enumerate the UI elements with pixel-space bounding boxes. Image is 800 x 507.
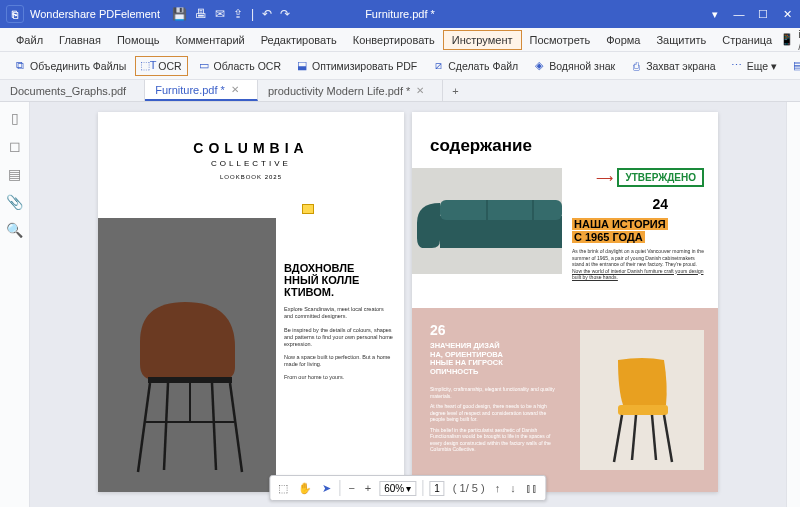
print-icon[interactable]: 🖶 [195, 7, 207, 21]
screenshot-icon: ⎙ [629, 59, 643, 73]
history-text: As the brink of daylight on a quiet Vanc… [572, 248, 708, 281]
phone-icon: 📱 [780, 33, 794, 46]
tb-batch[interactable]: ▤Пакетный Процесс [786, 57, 800, 75]
zoom-level[interactable]: 60%▾ [379, 481, 416, 496]
right-sidebar [786, 102, 800, 507]
dropdown-icon[interactable]: ▾ [708, 8, 722, 21]
values-p3: This belief in the particularist aesthet… [430, 427, 562, 453]
tb-ocr[interactable]: ⬚TOCR [135, 56, 187, 76]
tb-screenshot[interactable]: ⎙Захват экрана [624, 57, 721, 75]
svg-line-2 [230, 383, 242, 472]
teal-sofa-illustration [412, 168, 562, 274]
tb-watermark-label: Водяной знак [549, 60, 615, 72]
bookmarks-icon[interactable]: ◻ [9, 138, 21, 154]
svg-rect-11 [532, 200, 534, 220]
fit-width-icon[interactable]: ⬚ [276, 482, 290, 495]
menu-comment[interactable]: Комментарий [167, 31, 252, 49]
minimize-button[interactable]: — [732, 8, 746, 21]
tb-crop-label: Сделать Файл [448, 60, 518, 72]
ribbon-toolbar: ⧉Объединить Файлы ⬚TOCR ▭Область OCR ⬓Оп… [0, 52, 800, 80]
tab-close-icon[interactable]: ✕ [231, 84, 239, 95]
thumbnails-icon[interactable]: ▯ [11, 110, 19, 126]
menu-convert[interactable]: Конвертировать [345, 31, 443, 49]
app-name: Wondershare PDFelement [30, 8, 160, 20]
values-heading: ЗНАЧЕНИЯ ДИЗАЙ НА, ОРИЕНТИРОВА ННЫЕ НА Г… [430, 342, 503, 377]
tb-more[interactable]: ⋯Еще ▾ [725, 57, 782, 75]
tb-optimize[interactable]: ⬓Оптимизировать PDF [290, 57, 422, 75]
page1-p4: From our home to yours. [284, 374, 394, 381]
tab-add-button[interactable]: + [443, 80, 467, 101]
brown-chair-illustration [120, 272, 260, 482]
document-title: Furniture.pdf * [365, 8, 435, 20]
lookbook-label: LOOKBOOK 2025 [98, 174, 404, 180]
approved-stamp: УТВЕРЖДЕНО [617, 168, 704, 187]
page1-heading-text: ВДОХНОВЛЕ ННЫЙ КОЛЛЕ КТИВОМ. [284, 262, 359, 298]
next-page-button[interactable]: ↓ [508, 482, 518, 494]
save-icon[interactable]: 💾 [172, 7, 187, 21]
svg-line-15 [632, 415, 636, 460]
area-ocr-icon: ▭ [197, 59, 211, 73]
svg-line-16 [652, 415, 656, 460]
arrow-icon: ⟶ [596, 171, 613, 185]
tb-ocr-label: OCR [158, 60, 181, 72]
page1-text: ВДОХНОВЛЕ ННЫЙ КОЛЛЕ КТИВОМ. Explore Sca… [284, 262, 394, 387]
values-heading-text: ЗНАЧЕНИЯ ДИЗАЙ НА, ОРИЕНТИРОВА ННЫЕ НА Г… [430, 341, 503, 376]
brand-subtitle: COLLECTIVE [98, 159, 404, 168]
values-text: Simplicity, craftmanship, elegant functi… [430, 386, 562, 457]
mail-icon[interactable]: ✉ [215, 7, 225, 21]
menu-bar: Файл Главная Помощь Комментарий Редактир… [0, 28, 800, 52]
tb-area-ocr-label: Область OCR [214, 60, 281, 72]
tab-productivity[interactable]: productivity Modern Life.pdf *✕ [258, 80, 443, 101]
menu-protect[interactable]: Защитить [648, 31, 714, 49]
document-tab-bar: Documents_Graphs.pdf Furniture.pdf *✕ pr… [0, 80, 800, 102]
sticky-note-icon[interactable] [302, 204, 314, 214]
page-spread: COLUMBIA COLLECTIVE LOOKBOOK 2025 [98, 112, 718, 497]
left-sidebar: ▯ ◻ ▤ 📎 🔍 [0, 102, 30, 507]
zoom-in-button[interactable]: + [363, 482, 373, 494]
page1-p3: Now a space built to perfection. But a h… [284, 354, 394, 368]
menu-help[interactable]: Помощь [109, 31, 168, 49]
tab-documents-graphs[interactable]: Documents_Graphs.pdf [0, 80, 145, 101]
zoom-value: 60% [384, 483, 404, 494]
menu-page[interactable]: Страница [714, 31, 780, 49]
attachments-icon[interactable]: 📎 [6, 194, 23, 210]
tb-area-ocr[interactable]: ▭Область OCR [192, 57, 286, 75]
page-total: ( 1/ 5 ) [451, 482, 487, 494]
page-input[interactable]: 1 [429, 481, 445, 496]
undo-icon[interactable]: ↶ [262, 7, 272, 21]
close-window-button[interactable]: ✕ [780, 8, 794, 21]
prev-page-button[interactable]: ↑ [493, 482, 503, 494]
tb-merge[interactable]: ⧉Объединить Файлы [8, 57, 131, 75]
svg-rect-9 [440, 200, 562, 220]
menu-view[interactable]: Посмотреть [522, 31, 599, 49]
menu-tool[interactable]: Инструмент [443, 30, 522, 50]
document-viewport[interactable]: COLUMBIA COLLECTIVE LOOKBOOK 2025 [30, 102, 786, 507]
redo-icon[interactable]: ↷ [280, 7, 290, 21]
batch-icon: ▤ [791, 59, 800, 73]
sep-icon: | [251, 7, 254, 21]
menu-form[interactable]: Форма [598, 31, 648, 49]
hand-tool-icon[interactable]: ✋ [296, 482, 314, 495]
tb-crop[interactable]: ⧄Сделать Файл [426, 57, 523, 75]
menu-file[interactable]: Файл [8, 31, 51, 49]
svg-rect-12 [618, 405, 668, 415]
maximize-button[interactable]: ☐ [756, 8, 770, 21]
layers-icon[interactable]: ▤ [8, 166, 21, 182]
select-tool-icon[interactable]: ➤ [320, 482, 333, 495]
optimize-icon: ⬓ [295, 59, 309, 73]
menu-edit[interactable]: Редактировать [253, 31, 345, 49]
search-icon[interactable]: 🔍 [6, 222, 23, 238]
watermark-icon: ◈ [532, 59, 546, 73]
menu-home[interactable]: Главная [51, 31, 109, 49]
title-bar: ⎘ Wondershare PDFelement 💾 🖶 ✉ ⇪ | ↶ ↷ F… [0, 0, 800, 28]
tab-furniture[interactable]: Furniture.pdf *✕ [145, 80, 258, 101]
svg-line-3 [164, 383, 168, 470]
page-layout-icon[interactable]: ⫿⫿ [524, 482, 540, 494]
tb-watermark[interactable]: ◈Водяной знак [527, 57, 620, 75]
chevron-down-icon: ▾ [406, 483, 411, 494]
history-heading: НАША ИСТОРИЯ С 1965 ГОДА [572, 218, 668, 243]
share-icon[interactable]: ⇪ [233, 7, 243, 21]
menu-device[interactable]: 📱 iPhone / iPad [780, 28, 800, 52]
zoom-out-button[interactable]: − [346, 482, 356, 494]
tab-close-icon[interactable]: ✕ [416, 85, 424, 96]
